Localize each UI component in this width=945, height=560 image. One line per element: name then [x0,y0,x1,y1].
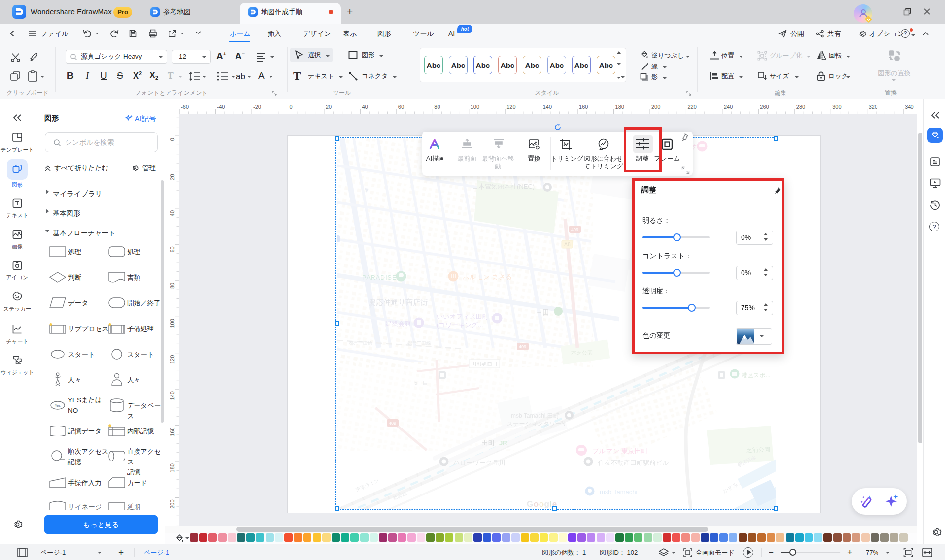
svg-text:200: 200 [651,104,660,110]
svg-text:40: 40 [169,210,175,216]
svg-text:140: 140 [543,104,552,110]
svg-text:260: 260 [760,104,769,110]
svg-text:60: 60 [398,104,404,110]
svg-text:-20: -20 [253,104,261,110]
svg-text:80: 80 [434,104,440,110]
svg-text:320: 320 [869,104,878,110]
svg-text:0: 0 [169,138,175,141]
svg-text:340: 340 [905,104,913,110]
svg-text:60: 60 [169,246,175,252]
svg-text:280: 280 [796,104,805,110]
svg-text:140: 140 [169,391,175,400]
svg-text:Yes: Yes [55,404,61,407]
svg-text:20: 20 [326,104,332,110]
svg-text:300: 300 [832,104,841,110]
svg-text:240: 240 [724,104,733,110]
svg-text:-60: -60 [181,104,189,110]
svg-text:100: 100 [471,104,479,110]
svg-text:180: 180 [169,463,175,472]
svg-text:80: 80 [169,283,175,289]
svg-text:100: 100 [169,319,175,328]
svg-text:220: 220 [687,104,696,110]
svg-text:180: 180 [615,104,624,110]
svg-text:200: 200 [169,500,175,509]
svg-text:120: 120 [506,104,515,110]
svg-text:0: 0 [290,104,293,110]
svg-text:160: 160 [169,428,175,436]
svg-text:160: 160 [579,104,588,110]
svg-text:120: 120 [169,355,175,364]
svg-text:40: 40 [362,104,368,110]
svg-text:20: 20 [169,174,175,180]
svg-text:-40: -40 [217,104,225,110]
